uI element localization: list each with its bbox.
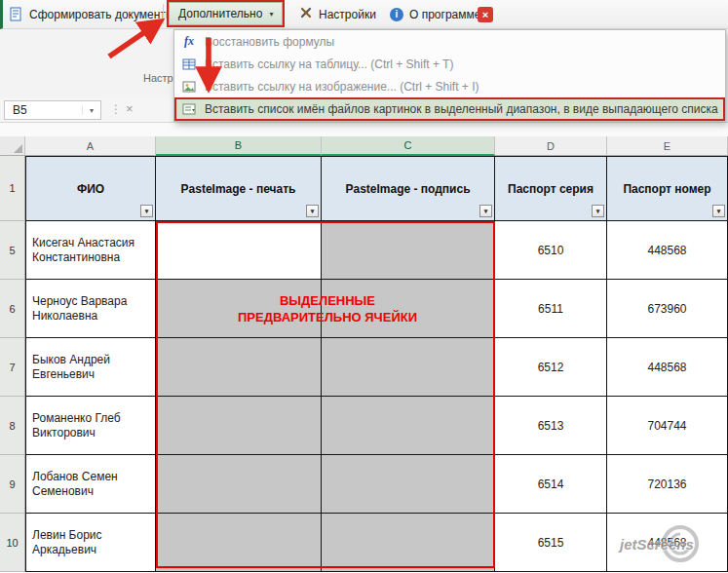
filter-dropdown-icon[interactable]: ▾ — [592, 205, 604, 217]
image-link-icon — [181, 80, 197, 94]
additional-button-red-frame: Дополнительно ▾ — [167, 0, 285, 27]
cell-pasteimage-print[interactable] — [156, 514, 322, 572]
toolbar-separator — [163, 4, 164, 24]
table-row: 7 Быков Андрей Евгеньевич 6512 448568 — [0, 338, 728, 397]
additional-button[interactable]: Дополнительно ▾ — [169, 2, 283, 25]
cell-passport-number[interactable]: 704744 — [607, 397, 728, 455]
table-header-row: 1 ФИО ▾ PasteImage - печать ▾ PasteImage… — [0, 156, 728, 221]
row-header[interactable]: 5 — [0, 221, 25, 280]
addin-toolbar: Сформировать документы Дополнительно ▾ Н… — [0, 0, 728, 29]
cell-fio[interactable]: Черноус Варвара Николаевна — [25, 280, 156, 338]
cell-pasteimage-print[interactable] — [156, 338, 322, 397]
cell-passport-series[interactable]: 6510 — [495, 221, 607, 280]
header-cell-passport-number[interactable]: Паспорт номер ▾ — [607, 156, 728, 221]
header-cell-pasteimage-sign[interactable]: PasteImage - подпись ▾ — [322, 156, 495, 221]
column-letters-row: A B C D E — [0, 136, 728, 156]
table-row: 6 Черноус Варвара Николаевна 6511 673960 — [0, 280, 728, 338]
formula-bar-lower-strip — [0, 123, 728, 136]
filter-dropdown-icon[interactable]: ▾ — [479, 205, 492, 217]
column-header-e[interactable]: E — [607, 136, 728, 156]
cell-passport-number[interactable]: 448568 — [607, 338, 728, 397]
menu-item-restore-formulas[interactable]: fx Восстановить формулы — [174, 30, 725, 53]
name-box[interactable]: B5 ▾ — [4, 100, 101, 120]
cell-passport-number[interactable]: 448568 — [607, 514, 728, 572]
cell-passport-number[interactable]: 720136 — [607, 455, 728, 514]
name-box-chevron-down-icon[interactable]: ▾ — [82, 106, 100, 115]
cell-passport-series[interactable]: 6511 — [495, 280, 607, 338]
cell-pasteimage-sign[interactable] — [322, 280, 495, 338]
row-header[interactable]: 10 — [0, 514, 25, 572]
generate-documents-button[interactable]: Сформировать документы — [29, 8, 174, 21]
header-label: Паспорт номер — [623, 182, 710, 196]
row-header[interactable]: 7 — [0, 338, 25, 397]
menu-item-insert-table-link[interactable]: Вставить ссылку на таблицу... (Ctrl + Sh… — [174, 53, 725, 75]
cell-pasteimage-print[interactable] — [156, 455, 322, 514]
header-cell-pasteimage-print[interactable]: PasteImage - печать ▾ — [156, 156, 322, 221]
column-header-a[interactable]: A — [25, 136, 156, 156]
cell-passport-number[interactable]: 448568 — [607, 221, 728, 280]
select-all-corner[interactable] — [0, 136, 25, 156]
cell-pasteimage-print[interactable] — [156, 280, 322, 338]
table-row: 8 Романенко Глеб Викторович 6513 704744 — [0, 397, 728, 455]
menu-item-label: Вставить список имён файлов картинок в в… — [205, 102, 718, 116]
column-header-b[interactable]: B — [156, 136, 322, 156]
cell-pasteimage-sign[interactable] — [322, 455, 495, 514]
cell-fio[interactable]: Кисегач Анастасия Константиновна — [25, 221, 156, 280]
dropdown-list-icon — [181, 102, 197, 116]
row-header[interactable]: 8 — [0, 397, 25, 455]
menu-item-insert-image-link[interactable]: Вставить ссылку на изображение... (Ctrl … — [174, 75, 725, 97]
cell-passport-series[interactable]: 6514 — [495, 455, 607, 514]
name-box-value: B5 — [13, 103, 27, 117]
menu-item-insert-filename-list[interactable]: Вставить список имён файлов картинок в в… — [174, 97, 725, 121]
spreadsheet: A B C D E 1 ФИО ▾ PasteImage - печать ▾ … — [0, 136, 728, 572]
table-link-icon — [181, 57, 197, 71]
generate-documents-icon — [9, 7, 24, 26]
filter-dropdown-icon[interactable]: ▾ — [306, 205, 319, 217]
cell-passport-series[interactable]: 6513 — [495, 397, 607, 455]
close-button[interactable]: × — [478, 7, 493, 22]
cell-passport-number[interactable]: 673960 — [607, 280, 728, 338]
table-row: 5 Кисегач Анастасия Константиновна 6510 … — [0, 221, 728, 280]
info-icon: i — [390, 8, 403, 21]
header-label: PasteImage - подпись — [345, 182, 470, 196]
row-header[interactable]: 6 — [0, 280, 25, 338]
additional-button-label: Дополнительно — [178, 7, 262, 20]
filter-dropdown-icon[interactable]: ▾ — [712, 205, 725, 217]
cell-passport-series[interactable]: 6515 — [495, 514, 607, 572]
cell-fio[interactable]: Левин Борис Аркадьевич — [25, 514, 156, 572]
menu-item-label: Восстановить формулы — [205, 35, 334, 49]
select-all-triangle-icon — [14, 144, 22, 153]
about-button[interactable]: i О программе — [385, 0, 485, 28]
settings-button-label: Настройки — [319, 8, 376, 21]
filter-dropdown-icon[interactable]: ▾ — [140, 205, 153, 217]
cell-fio[interactable]: Быков Андрей Евгеньевич — [25, 338, 156, 397]
header-cell-passport-series[interactable]: Паспорт серия ▾ — [495, 156, 607, 221]
header-cell-fio[interactable]: ФИО ▾ — [25, 156, 156, 221]
chevron-down-icon: ▾ — [269, 10, 273, 19]
cell-pasteimage-sign[interactable] — [322, 397, 495, 455]
column-header-d[interactable]: D — [495, 136, 607, 156]
cell-pasteimage-print[interactable] — [156, 397, 322, 455]
settings-button[interactable]: Настройки — [294, 0, 381, 28]
header-label: PasteImage - печать — [181, 182, 296, 196]
cell-fio[interactable]: Романенко Глеб Викторович — [25, 397, 156, 455]
menu-item-label: Вставить ссылку на таблицу... (Ctrl + Sh… — [205, 57, 453, 71]
cancel-icon[interactable]: × — [126, 101, 134, 116]
cell-pasteimage-sign[interactable] — [322, 514, 495, 572]
cell-fio[interactable]: Лобанов Семен Семенович — [25, 455, 156, 514]
cell-pasteimage-sign[interactable] — [322, 338, 495, 397]
formula-bar-grip-icon: ⋮ — [110, 102, 122, 116]
menu-item-label: Вставить ссылку на изображение... (Ctrl … — [205, 80, 479, 94]
fx-icon: fx — [181, 34, 197, 49]
row-header[interactable]: 9 — [0, 455, 25, 514]
header-label: Паспорт серия — [508, 182, 594, 196]
additional-dropdown-menu: fx Восстановить формулы Вставить ссылку … — [173, 29, 726, 122]
ribbon-group-label: Настр — [143, 72, 173, 84]
cell-passport-series[interactable]: 6512 — [495, 338, 607, 397]
cell-pasteimage-print[interactable] — [156, 221, 322, 280]
header-label: ФИО — [77, 182, 104, 196]
row-header[interactable]: 1 — [0, 156, 25, 221]
cell-pasteimage-sign[interactable] — [322, 221, 495, 280]
app-window: Сформировать документы Дополнительно ▾ Н… — [0, 0, 728, 573]
column-header-c[interactable]: C — [322, 136, 495, 156]
